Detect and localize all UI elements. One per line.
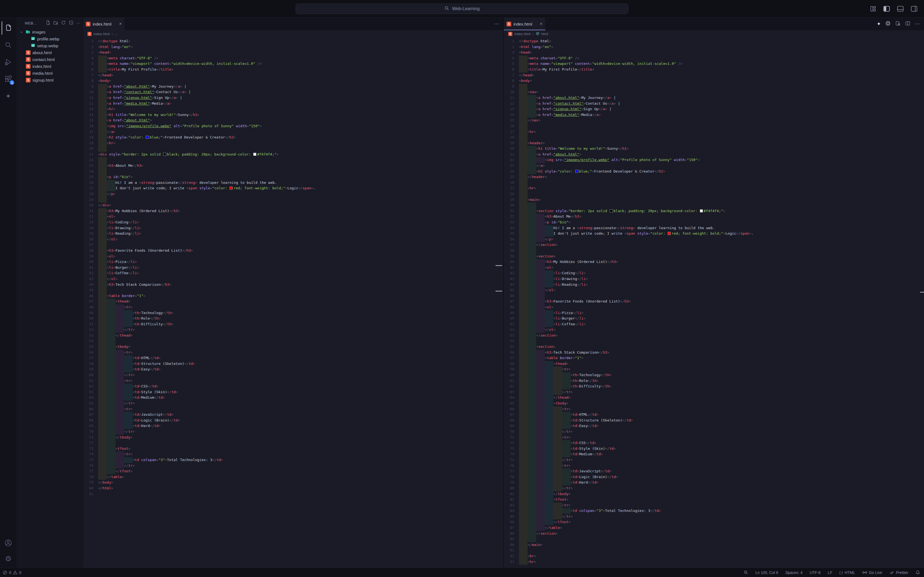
- line-number: 62: [83, 384, 94, 389]
- line-number: 2: [504, 44, 514, 50]
- search-sidebar-icon[interactable]: [2, 39, 15, 52]
- indentation-setting[interactable]: Spaces: 4: [785, 571, 803, 575]
- breadcrumb[interactable]: 5index.html›html: [504, 30, 924, 38]
- notifications-bell-icon[interactable]: [916, 570, 920, 575]
- line-number: 10: [504, 89, 514, 95]
- tree-item-contact-html[interactable]: 5contact.html: [16, 56, 83, 63]
- cursor-position[interactable]: Ln 100, Col 8: [755, 571, 778, 575]
- code-line: 88 </section>: [504, 531, 924, 537]
- tree-item-signup-html[interactable]: 5signup.html: [16, 77, 83, 84]
- line-number: 55: [504, 344, 514, 350]
- line-number: 22: [504, 157, 514, 163]
- close-tab-icon[interactable]: ×: [119, 21, 122, 27]
- breadcrumb-file[interactable]: index.html: [514, 32, 530, 36]
- line-number: 51: [83, 321, 94, 327]
- code-line: 41 <ol>: [504, 265, 924, 271]
- code-line: 49 <th>Technology</th>: [83, 310, 503, 316]
- more-icon[interactable]: ⋯: [494, 21, 499, 27]
- toggle-secondary-sidebar-icon[interactable]: [910, 5, 918, 13]
- line-number: 26: [83, 180, 94, 186]
- line-number: 77: [504, 469, 514, 474]
- encoding-setting[interactable]: UTF-8: [809, 571, 821, 575]
- breadcrumb-file[interactable]: index.html: [94, 32, 110, 36]
- tab-label: index.html: [93, 22, 111, 26]
- tree-item-index-html[interactable]: 5index.html: [16, 63, 83, 70]
- customize-layout-icon[interactable]: [869, 5, 877, 12]
- eol-setting[interactable]: LF: [828, 571, 832, 575]
- line-number: 72: [504, 440, 514, 446]
- html-file-icon: 5: [26, 78, 31, 82]
- code-line: 17 </a>: [83, 129, 503, 135]
- editor-group-1: 5index.html×⋯5index.html›...1<!doctype h…: [83, 18, 503, 568]
- collapse-folders-icon[interactable]: [69, 20, 73, 26]
- code-editor[interactable]: 1<!doctype html>2<html lang="en">3<head>…: [504, 38, 924, 568]
- line-number: 34: [83, 225, 94, 231]
- code-line: 77 <td>JavaScript</td>: [504, 469, 924, 474]
- code-line: 60 </tr>: [83, 372, 503, 378]
- tree-item-profile-webp[interactable]: profile.webp: [16, 35, 83, 42]
- more-icon[interactable]: ⋯: [915, 21, 920, 27]
- extensions-icon[interactable]: 1: [2, 73, 15, 86]
- close-tab-icon[interactable]: ×: [540, 21, 543, 27]
- code-line: 70 </tr>: [83, 429, 503, 435]
- editor-actions: ✦⋯: [877, 18, 924, 30]
- language-mode[interactable]: { } HTML: [839, 571, 855, 575]
- code-line: 82 <tfoot>: [504, 497, 924, 503]
- settings-gear-icon[interactable]: ⚙: [2, 552, 15, 566]
- gpt-icon[interactable]: [885, 21, 891, 27]
- code-line: 93 <hr>: [504, 559, 924, 565]
- extensions-badge: 1: [10, 80, 14, 85]
- tree-item-media-html[interactable]: 5media.html: [16, 70, 83, 77]
- line-number: 58: [504, 361, 514, 367]
- account-icon[interactable]: [2, 536, 15, 550]
- line-number: 6: [83, 67, 94, 73]
- line-number: 42: [83, 270, 94, 276]
- code-line: 3<head>: [504, 50, 924, 55]
- tree-item-label: contact.html: [32, 57, 55, 62]
- tree-item-label: signup.html: [32, 78, 53, 82]
- new-folder-icon[interactable]: [53, 20, 58, 26]
- code-line: 91: [504, 548, 924, 553]
- toggle-primary-sidebar-icon[interactable]: [883, 5, 890, 13]
- code-line: 27 I don't just write code; I write <spa…: [83, 185, 503, 191]
- run-debug-icon[interactable]: [2, 55, 15, 69]
- tree-item-setup-webp[interactable]: setup.webp: [16, 42, 83, 49]
- overview-ruler-mark: [920, 292, 924, 293]
- breadcrumb-symbol[interactable]: ...: [115, 32, 118, 36]
- refresh-icon[interactable]: [61, 20, 66, 26]
- breadcrumb-symbol[interactable]: html: [541, 32, 548, 36]
- code-line: 39 <section>: [504, 254, 924, 259]
- line-number: 77: [83, 469, 94, 474]
- tab-index-html[interactable]: 5index.html×: [504, 18, 546, 30]
- tree-item-images[interactable]: images: [16, 29, 83, 35]
- sparkle-icon[interactable]: ✦: [877, 21, 881, 27]
- split-editor-icon[interactable]: [905, 21, 911, 27]
- more-actions-icon[interactable]: ⋯: [76, 21, 80, 25]
- line-number: 70: [83, 429, 94, 435]
- breadcrumb[interactable]: 5index.html›...: [83, 30, 503, 38]
- search-editor-icon[interactable]: [895, 21, 901, 27]
- html-file-icon: 5: [508, 32, 512, 36]
- line-number: 81: [504, 491, 514, 497]
- new-file-icon[interactable]: [46, 20, 50, 26]
- errors-indicator[interactable]: 0: [3, 571, 11, 575]
- zoom-indicator-icon[interactable]: [744, 570, 748, 575]
- toggle-panel-icon[interactable]: [897, 5, 904, 13]
- code-editor[interactable]: 1<!doctype html>2<html lang="en">3<head>…: [83, 38, 503, 568]
- warnings-indicator[interactable]: 0: [13, 571, 21, 575]
- line-number: 44: [83, 282, 94, 288]
- command-center-search[interactable]: Web-Learning: [296, 3, 628, 14]
- status-bar: 0 0 Ln 100, Col 8 Spaces: 4 UTF-8 LF { }…: [0, 568, 924, 577]
- go-live-button[interactable]: Go Live: [863, 570, 882, 575]
- line-number: 32: [504, 214, 514, 219]
- code-line: 53 </section>: [504, 333, 924, 338]
- line-number: 14: [504, 112, 514, 118]
- explorer-icon[interactable]: [2, 21, 15, 35]
- tab-index-html[interactable]: 5index.html×: [83, 18, 125, 30]
- line-number: 40: [504, 259, 514, 265]
- line-number: 51: [504, 321, 514, 327]
- prettier-button[interactable]: Prettier: [889, 570, 908, 575]
- html-file-icon: 5: [87, 32, 92, 36]
- tree-item-about-html[interactable]: 5about.html: [16, 49, 83, 56]
- chat-sparkle-icon[interactable]: ✦: [2, 90, 15, 103]
